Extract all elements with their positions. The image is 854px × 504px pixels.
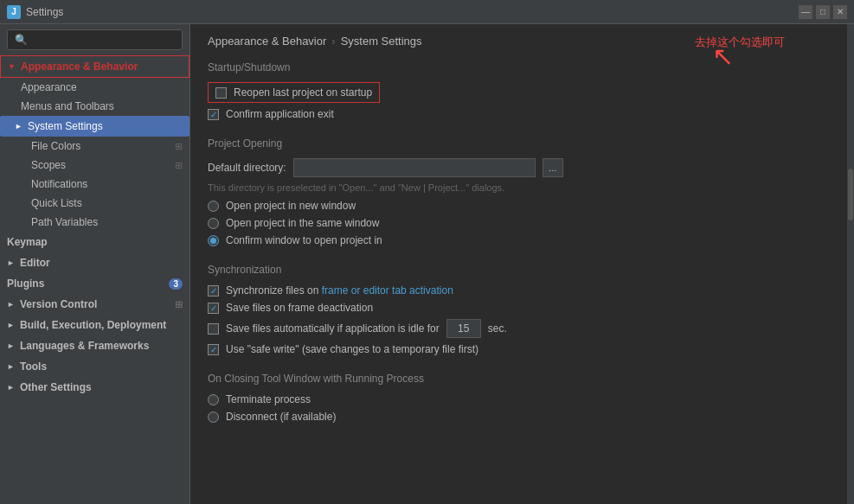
safe-write-row: Use "safe write" (save changes to a temp… [208, 343, 837, 355]
title-bar-title: Settings [26, 6, 799, 18]
open-new-window-radio[interactable] [208, 201, 219, 212]
closing-section: On Closing Tool Window with Running Proc… [208, 373, 837, 423]
open-same-window-label: Open project in the same window [226, 217, 379, 229]
sidebar-item-version-control[interactable]: ► Version Control ⊞ [0, 294, 189, 315]
confirm-window-label: Confirm window to open project in [226, 234, 382, 246]
idle-value-input[interactable] [446, 319, 481, 338]
sidebar-item-scopes[interactable]: Scopes ⊞ [0, 156, 189, 175]
annotation: 去掉这个勾选即可 ↙ [695, 35, 785, 71]
content-panel: Appearance & Behavior › System Settings … [190, 24, 854, 504]
title-bar-controls: — □ ✕ [799, 5, 847, 19]
breadcrumb-part1: Appearance & Behavior [208, 35, 326, 48]
sidebar-item-tools[interactable]: ► Tools [0, 356, 189, 377]
terminate-radio[interactable] [208, 394, 219, 405]
project-opening-section: Project Opening Default directory: ... T… [208, 137, 837, 246]
directory-hint: This directory is preselected in "Open..… [208, 182, 837, 193]
synchronization-section: Synchronization Synchronize files on fra… [208, 264, 837, 355]
search-input[interactable] [7, 29, 183, 50]
title-bar: J Settings — □ ✕ [0, 0, 854, 24]
save-files-idle-checkbox[interactable] [208, 323, 219, 335]
sidebar-item-system-settings[interactable]: ► System Settings [0, 116, 189, 137]
maximize-button[interactable]: □ [816, 5, 830, 19]
sync-header: Synchronization [208, 264, 837, 276]
sidebar-item-path-variables[interactable]: Path Variables [0, 213, 189, 232]
save-files-deactivation-row: Save files on frame deactivation [208, 302, 837, 314]
sync-files-checkbox[interactable] [208, 285, 219, 297]
open-same-window-row: Open project in the same window [208, 217, 837, 229]
page-icon: ⊞ [175, 141, 183, 152]
sidebar-item-build-execution[interactable]: ► Build, Execution, Deployment [0, 315, 189, 335]
confirm-window-radio[interactable] [208, 235, 219, 246]
minimize-button[interactable]: — [799, 5, 812, 19]
save-files-deactivation-checkbox[interactable] [208, 303, 219, 314]
chevron-down-icon: ▼ [8, 62, 16, 71]
browse-button[interactable]: ... [543, 158, 563, 177]
breadcrumb-part2: System Settings [341, 35, 422, 48]
default-directory-row: Default directory: ... [208, 158, 837, 177]
save-files-deactivation-label: Save files on frame deactivation [226, 302, 373, 314]
sidebar-item-menus-toolbars[interactable]: Menus and Toolbars [0, 97, 189, 116]
sidebar-item-notifications[interactable]: Notifications [0, 175, 189, 194]
page-icon: ⊞ [175, 299, 183, 310]
page-icon: ⊞ [175, 160, 183, 171]
open-new-window-row: Open project in new window [208, 200, 837, 212]
open-same-window-radio[interactable] [208, 218, 219, 229]
sidebar-item-editor[interactable]: ► Editor [0, 252, 189, 273]
sidebar: ▼ Appearance & Behavior Appearance Menus… [0, 24, 190, 504]
terminate-row: Terminate process [208, 393, 837, 405]
scrollbar[interactable] [847, 24, 854, 504]
reopen-project-label: Reopen last project on startup [234, 86, 372, 99]
terminate-label: Terminate process [226, 393, 311, 405]
closing-header: On Closing Tool Window with Running Proc… [208, 373, 837, 385]
reopen-project-row: Reopen last project on startup [208, 82, 380, 103]
confirm-exit-row: Confirm application exit [208, 108, 837, 120]
sidebar-item-keymap[interactable]: Keymap [0, 232, 189, 252]
sync-files-row: Synchronize files on frame or editor tab… [208, 284, 837, 297]
close-button[interactable]: ✕ [833, 5, 847, 19]
chevron-right-icon: ► [7, 383, 16, 392]
plugins-badge: 3 [169, 278, 183, 290]
confirm-window-row: Confirm window to open project in [208, 234, 837, 246]
chevron-right-icon: ► [7, 300, 16, 309]
sync-files-label: Synchronize files on frame or editor tab… [226, 284, 453, 297]
disconnect-row: Disconnect (if available) [208, 411, 837, 423]
main-container: ▼ Appearance & Behavior Appearance Menus… [0, 24, 854, 504]
sidebar-item-quick-lists[interactable]: Quick Lists [0, 194, 189, 213]
confirm-exit-checkbox[interactable] [208, 109, 219, 120]
confirm-exit-label: Confirm application exit [226, 108, 334, 120]
reopen-project-checkbox[interactable] [215, 87, 227, 99]
breadcrumb-separator: › [331, 35, 335, 48]
scrollbar-thumb[interactable] [848, 169, 853, 220]
chevron-right-icon: ► [15, 122, 23, 131]
safe-write-checkbox[interactable] [208, 344, 219, 355]
default-directory-input[interactable] [293, 158, 536, 177]
chevron-right-icon: ► [7, 321, 16, 329]
safe-write-label: Use "safe write" (save changes to a temp… [226, 343, 478, 355]
sidebar-item-other-settings[interactable]: ► Other Settings [0, 377, 189, 398]
chevron-right-icon: ► [7, 341, 16, 350]
default-directory-label: Default directory: [208, 162, 286, 174]
save-files-idle-row: Save files automatically if application … [208, 319, 837, 338]
sidebar-item-appearance[interactable]: Appearance [0, 78, 189, 97]
open-new-window-label: Open project in new window [226, 200, 356, 212]
chevron-right-icon: ► [7, 258, 16, 267]
sidebar-item-appearance-behavior[interactable]: ▼ Appearance & Behavior [0, 55, 189, 78]
sidebar-item-file-colors[interactable]: File Colors ⊞ [0, 137, 189, 156]
app-icon: J [7, 5, 21, 19]
disconnect-label: Disconnect (if available) [226, 411, 336, 423]
sec-label: sec. [488, 322, 507, 335]
sidebar-item-plugins[interactable]: Plugins 3 [0, 273, 189, 294]
sidebar-item-languages-frameworks[interactable]: ► Languages & Frameworks [0, 335, 189, 356]
disconnect-radio[interactable] [208, 411, 219, 423]
save-files-idle-label: Save files automatically if application … [226, 322, 440, 335]
annotation-arrow-icon: ↙ [712, 45, 734, 71]
project-opening-header: Project Opening [208, 137, 837, 150]
chevron-right-icon: ► [7, 362, 16, 371]
annotation-text: 去掉这个勾选即可 [695, 35, 785, 50]
